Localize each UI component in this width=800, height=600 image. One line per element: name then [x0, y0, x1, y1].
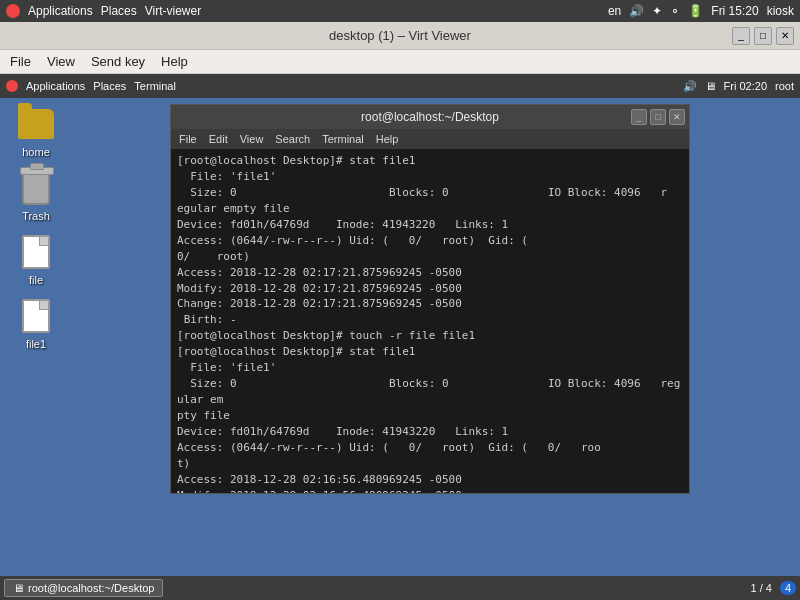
outer-top-bar: Applications Places Virt-viewer en 🔊 ✦ ⚬…: [0, 0, 800, 22]
file-icon-img: [16, 232, 56, 272]
virt-file-menu[interactable]: File: [10, 54, 31, 69]
trash-icon-label: Trash: [22, 210, 50, 222]
inner-taskbar-label: root@localhost:~/Desktop: [28, 582, 154, 594]
inner-terminal-icon: 🖥: [13, 582, 24, 594]
outer-time: Fri 15:20: [711, 4, 758, 18]
terminal-view-menu[interactable]: View: [240, 133, 264, 145]
terminal-title-controls: _ □ ✕: [631, 109, 685, 125]
inner-top-bar-right: 🔊 🖥 Fri 02:20 root: [683, 80, 794, 93]
inner-taskbar: 🖥 root@localhost:~/Desktop 1 / 4 4: [0, 576, 800, 600]
desktop-area: Applications Places Terminal 🔊 🖥 Fri 02:…: [0, 74, 800, 600]
terminal-edit-menu[interactable]: Edit: [209, 133, 228, 145]
home-icon-img: [16, 104, 56, 144]
inner-terminal-menu[interactable]: Terminal: [134, 80, 176, 92]
terminal-window: root@localhost:~/Desktop _ □ ✕ File Edit…: [170, 104, 690, 494]
virt-menu-bar: File View Send key Help: [0, 50, 800, 74]
maximize-button[interactable]: □: [754, 27, 772, 45]
trash-icon-img: [16, 168, 56, 208]
trash-can-shape: [22, 171, 50, 205]
virt-viewer-title-bar: desktop (1) – Virt Viewer _ □ ✕: [0, 22, 800, 50]
file1-icon-label: file1: [26, 338, 46, 350]
terminal-search-menu[interactable]: Search: [275, 133, 310, 145]
outer-lang: en: [608, 4, 621, 18]
inner-time: Fri 02:20: [724, 80, 767, 92]
home-icon[interactable]: home: [6, 104, 66, 158]
inner-applications-menu[interactable]: Applications: [26, 80, 85, 92]
terminal-minimize-btn[interactable]: _: [631, 109, 647, 125]
inner-top-bar: Applications Places Terminal 🔊 🖥 Fri 02:…: [0, 74, 800, 98]
inner-screen-icon: 🖥: [705, 80, 716, 92]
terminal-title: root@localhost:~/Desktop: [361, 110, 499, 124]
file1-icon-img: [16, 296, 56, 336]
file1-shape: [22, 299, 50, 333]
virt-view-menu[interactable]: View: [47, 54, 75, 69]
outer-top-bar-left: Applications Places Virt-viewer: [6, 4, 201, 18]
terminal-content[interactable]: [root@localhost Desktop]# stat file1 Fil…: [171, 149, 689, 493]
outer-applications-menu[interactable]: Applications: [28, 4, 93, 18]
inner-top-bar-left: Applications Places Terminal: [6, 80, 176, 92]
terminal-text: [root@localhost Desktop]# stat file1 Fil…: [177, 153, 683, 493]
outer-sound-icon: 🔊: [629, 4, 644, 18]
virt-title-controls: _ □ ✕: [732, 27, 794, 45]
terminal-menu-bar: File Edit View Search Terminal Help: [171, 129, 689, 149]
minimize-button[interactable]: _: [732, 27, 750, 45]
trash-icon[interactable]: Trash: [6, 168, 66, 222]
inner-taskbar-right: 1 / 4 4: [750, 581, 796, 595]
inner-page-label: 1 / 4: [750, 582, 771, 594]
virt-sendkey-menu[interactable]: Send key: [91, 54, 145, 69]
outer-places-menu[interactable]: Places: [101, 4, 137, 18]
inner-sound-icon: 🔊: [683, 80, 697, 93]
desktop-icons: home Trash file file1: [6, 104, 66, 350]
terminal-terminal-menu[interactable]: Terminal: [322, 133, 364, 145]
outer-user: kiosk: [767, 4, 794, 18]
outer-apps-icon: [6, 4, 20, 18]
inner-user: root: [775, 80, 794, 92]
virt-viewer-title: desktop (1) – Virt Viewer: [329, 28, 471, 43]
terminal-title-bar: root@localhost:~/Desktop _ □ ✕: [171, 105, 689, 129]
inner-page-badge: 4: [780, 581, 796, 595]
outer-top-bar-right: en 🔊 ✦ ⚬ 🔋 Fri 15:20 kiosk: [608, 4, 794, 18]
file-shape: [22, 235, 50, 269]
terminal-help-menu[interactable]: Help: [376, 133, 399, 145]
home-folder-shape: [18, 109, 54, 139]
close-button[interactable]: ✕: [776, 27, 794, 45]
file1-icon[interactable]: file1: [6, 296, 66, 350]
outer-battery-icon: 🔋: [688, 4, 703, 18]
virt-help-menu[interactable]: Help: [161, 54, 188, 69]
terminal-close-btn[interactable]: ✕: [669, 109, 685, 125]
outer-bluetooth-icon: ✦: [652, 4, 662, 18]
file-icon[interactable]: file: [6, 232, 66, 286]
home-icon-label: home: [22, 146, 50, 158]
inner-places-menu[interactable]: Places: [93, 80, 126, 92]
outer-wifi-icon: ⚬: [670, 4, 680, 18]
inner-taskbar-item[interactable]: 🖥 root@localhost:~/Desktop: [4, 579, 163, 597]
outer-virtviewer-menu[interactable]: Virt-viewer: [145, 4, 201, 18]
terminal-maximize-btn[interactable]: □: [650, 109, 666, 125]
terminal-file-menu[interactable]: File: [179, 133, 197, 145]
inner-apps-icon: [6, 80, 18, 92]
file-icon-label: file: [29, 274, 43, 286]
